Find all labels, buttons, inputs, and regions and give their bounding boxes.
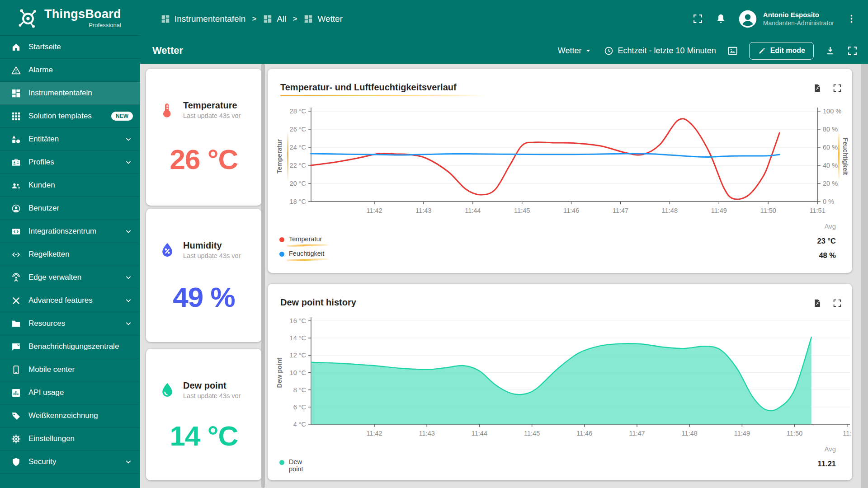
background-image-icon[interactable] — [727, 45, 738, 56]
svg-text:60 %: 60 % — [823, 144, 838, 151]
temperature-value: 26 °C — [146, 143, 262, 175]
svg-text:20 °C: 20 °C — [290, 180, 306, 187]
sidebar-item-solution-templates[interactable]: Solution templates NEW — [0, 105, 140, 128]
svg-text:16 °C: 16 °C — [290, 317, 306, 324]
card-last-update: Last update 43s vor — [183, 252, 241, 259]
svg-text:11:46: 11:46 — [576, 430, 592, 437]
phone-icon — [11, 365, 21, 375]
export-file-icon[interactable] — [812, 83, 822, 93]
sidebar-item-startseite[interactable]: Startseite — [0, 36, 140, 59]
sidebar-item-regelketten[interactable]: Regelketten — [0, 243, 140, 266]
gear-icon — [11, 434, 21, 444]
breadcrumb-item-instrumententafeln[interactable]: Instrumententafeln — [160, 14, 245, 24]
dashboard-area: Temperature Last update 43s vor 26 °C Hu… — [140, 64, 868, 488]
fullscreen-icon[interactable] — [692, 13, 703, 24]
sidebar-item-einstellungen[interactable]: Einstellungen — [0, 427, 140, 450]
edit-mode-button[interactable]: Edit mode — [749, 42, 814, 60]
avg-value: 48 % — [817, 249, 836, 263]
svg-text:11:48: 11:48 — [682, 430, 698, 437]
sidebar-item-benutzer[interactable]: Benutzer — [0, 197, 140, 220]
breadcrumb-item-wetter[interactable]: Wetter — [303, 14, 343, 24]
avatar-icon — [738, 9, 757, 28]
aggregation-column: Avg 11.21 — [818, 445, 836, 471]
temperatur-und-luftfeuchtigkeitsverlauf-plot[interactable]: 28 °C26 °C24 °C22 °C20 °C18 °C100 %80 %6… — [268, 69, 852, 273]
breadcrumb-separator: > — [252, 14, 256, 23]
app-logo[interactable]: ThingsBoard Professional — [0, 0, 140, 36]
dew-point-value: 14 °C — [146, 420, 262, 452]
sidebar-item-entit-ten[interactable]: Entitäten — [0, 128, 140, 151]
legend-dot — [279, 460, 284, 465]
export-file-icon[interactable] — [812, 298, 822, 308]
humidity-value: 49 % — [146, 281, 262, 313]
temperature-card: Temperature Last update 43s vor 26 °C — [146, 69, 262, 206]
tag-icon — [11, 411, 21, 421]
page-title: Wetter — [152, 45, 183, 56]
sidebar-item-alarme[interactable]: Alarme — [0, 59, 140, 82]
breadcrumb-item-all[interactable]: All — [263, 14, 286, 24]
user-menu[interactable]: Antonio Esposito Mandanten-Administrator — [738, 9, 834, 28]
person-icon — [11, 203, 21, 214]
humidity-drop-icon — [159, 241, 176, 258]
svg-text:11:46: 11:46 — [563, 207, 579, 214]
dew-point-history-plot[interactable]: 16 °C14 °C12 °C10 °C8 °C6 °C4 °C11:4211:… — [268, 284, 852, 480]
sidebar-item-instrumententafeln[interactable]: Instrumententafeln — [0, 82, 140, 105]
warning-icon — [11, 65, 21, 75]
avg-value: 23 °C — [817, 234, 836, 249]
sidebar-item-security[interactable]: Security — [0, 450, 140, 474]
svg-text:11:47: 11:47 — [629, 430, 645, 437]
legend-dot — [279, 237, 284, 242]
page-scrollbar[interactable] — [861, 64, 868, 488]
svg-text:12 °C: 12 °C — [290, 352, 306, 359]
dashboard-state-select[interactable]: Wetter — [558, 46, 593, 56]
svg-text:11:42: 11:42 — [366, 430, 382, 437]
svg-text:24 °C: 24 °C — [290, 144, 306, 151]
legend-dot — [279, 252, 284, 257]
integration-icon — [11, 226, 21, 237]
sidebar-item-integrationszentrum[interactable]: Integrationszentrum — [0, 220, 140, 243]
svg-text:6 °C: 6 °C — [293, 404, 306, 411]
sidebar-item-edge-verwalten[interactable]: Edge verwalten — [0, 266, 140, 289]
dashboard-icon — [263, 14, 273, 24]
sidebar-item-resources[interactable]: Resources — [0, 312, 140, 335]
people-icon — [11, 180, 21, 191]
chevron-down-icon — [124, 273, 133, 282]
svg-text:26 °C: 26 °C — [290, 126, 306, 133]
svg-text:11:50: 11:50 — [787, 430, 802, 437]
card-last-update: Last update 43s vor — [183, 112, 241, 119]
dashboard-toolbar: Wetter Wetter Echtzeit - letzte 10 Minut… — [140, 38, 868, 64]
sidebar-item-mobile-center[interactable]: Mobile center — [0, 358, 140, 381]
sidebar-item-wei-kennzeichnung[interactable]: Weißkennzeichnung — [0, 404, 140, 427]
download-icon[interactable] — [825, 45, 836, 56]
widget-column-scrollbar[interactable] — [261, 64, 265, 488]
user-name: Antonio Esposito — [763, 11, 834, 19]
svg-text:11:47: 11:47 — [613, 207, 628, 214]
sidebar-item-advanced-features[interactable]: Advanced features — [0, 289, 140, 312]
svg-text:11:42: 11:42 — [366, 207, 382, 214]
sidebar-item-benachrichtigungszentrale[interactable]: Benachrichtigungszentrale — [0, 335, 140, 358]
time-window-button[interactable]: Echtzeit - letzte 10 Minuten — [604, 46, 716, 56]
bell-icon[interactable] — [715, 13, 726, 24]
aggregation-column: Avg 23 °C48 % — [817, 222, 836, 263]
svg-text:100 %: 100 % — [823, 108, 841, 115]
svg-text:11:45: 11:45 — [524, 430, 540, 437]
chart-title: Temperatur- und Luftfeuchtigkeitsverlauf — [280, 82, 483, 96]
svg-text:0 %: 0 % — [823, 198, 834, 205]
temperature-humidity-chart-widget: 28 °C26 °C24 °C22 °C20 °C18 °C100 %80 %6… — [268, 69, 852, 273]
expand-icon[interactable] — [832, 83, 842, 93]
svg-text:11:43: 11:43 — [415, 207, 431, 214]
chart-title: Dew point history — [280, 297, 356, 308]
sidebar-item-kunden[interactable]: Kunden — [0, 174, 140, 197]
svg-text:11:48: 11:48 — [662, 207, 678, 214]
code-icon — [11, 249, 21, 260]
chevron-down-icon — [124, 296, 133, 305]
svg-text:18 °C: 18 °C — [290, 198, 306, 205]
sidebar-item-profiles[interactable]: Profiles — [0, 151, 140, 174]
sidebar-item-api-usage[interactable]: API usage — [0, 381, 140, 404]
thingsboard-logo-icon — [16, 6, 40, 29]
home-icon — [11, 42, 21, 52]
expand-icon[interactable] — [832, 298, 842, 308]
caret-down-icon — [584, 46, 593, 55]
toolbar-fullscreen-icon[interactable] — [847, 45, 858, 56]
more-menu-icon[interactable] — [846, 13, 857, 24]
svg-text:11:44: 11:44 — [465, 207, 481, 214]
